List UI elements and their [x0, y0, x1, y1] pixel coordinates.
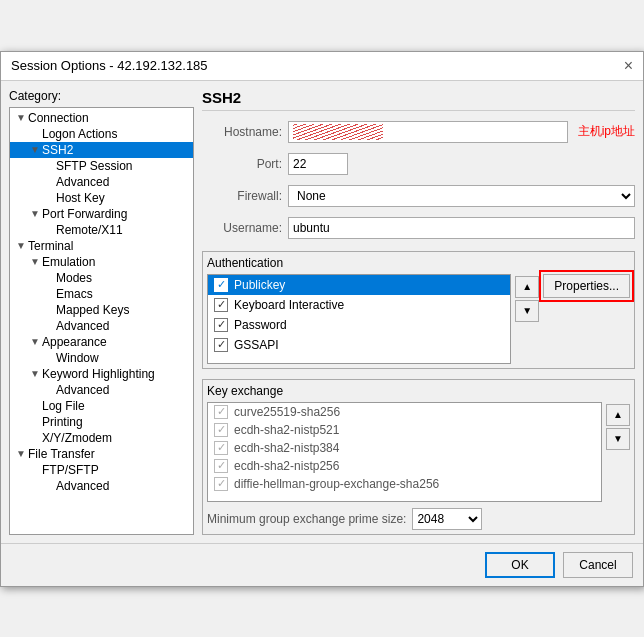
key-check-0: ✓ [214, 405, 228, 419]
tree-item-advanced-ssh2[interactable]: Advanced [10, 174, 193, 190]
auth-check-gssapi: ✓ [214, 338, 228, 352]
key-item-4[interactable]: ✓diffie-hellman-group-exchange-sha256 [208, 475, 601, 493]
tree-label-appearance: Appearance [42, 335, 107, 349]
ke-arrow-up[interactable]: ▲ [606, 404, 630, 426]
key-label-3: ecdh-sha2-nistp256 [234, 459, 339, 473]
category-panel: Category: ▼ConnectionLogon Actions▼SSH2S… [9, 89, 194, 535]
auth-item-gssapi[interactable]: ✓GSSAPI [208, 335, 510, 355]
key-item-3[interactable]: ✓ecdh-sha2-nistp256 [208, 457, 601, 475]
firewall-row: Firewall: None [202, 185, 635, 207]
tree-item-appearance[interactable]: ▼Appearance [10, 334, 193, 350]
session-options-dialog: Session Options - 42.192.132.185 × Categ… [0, 51, 644, 587]
auth-check-password: ✓ [214, 318, 228, 332]
tree-label-mapped-keys: Mapped Keys [56, 303, 129, 317]
auth-arrow-down[interactable]: ▼ [515, 300, 539, 322]
tree-item-ssh2[interactable]: ▼SSH2 [10, 142, 193, 158]
tree-item-ftp-sftp[interactable]: FTP/SFTP [10, 462, 193, 478]
ke-arrow-down[interactable]: ▼ [606, 428, 630, 450]
auth-label-keyboard-interactive: Keyboard Interactive [234, 298, 344, 312]
tree-label-advanced-ft: Advanced [56, 479, 109, 493]
key-item-1[interactable]: ✓ecdh-sha2-nistp521 [208, 421, 601, 439]
tree-label-terminal: Terminal [28, 239, 73, 253]
username-input[interactable] [288, 217, 635, 239]
auth-label-publickey: Publickey [234, 278, 285, 292]
tree-item-printing[interactable]: Printing [10, 414, 193, 430]
tree-label-window: Window [56, 351, 99, 365]
tree-label-ssh2: SSH2 [42, 143, 73, 157]
auth-label-password: Password [234, 318, 287, 332]
dialog-title: Session Options - 42.192.132.185 [11, 58, 208, 73]
tree-item-host-key[interactable]: Host Key [10, 190, 193, 206]
key-label-1: ecdh-sha2-nistp521 [234, 423, 339, 437]
tree-item-keyword-highlighting[interactable]: ▼Keyword Highlighting [10, 366, 193, 382]
tree-item-log-file[interactable]: Log File [10, 398, 193, 414]
hostname-scribble [293, 124, 383, 140]
section-title: SSH2 [202, 89, 635, 111]
firewall-select[interactable]: None [288, 185, 635, 207]
auth-item-keyboard-interactive[interactable]: ✓Keyboard Interactive [208, 295, 510, 315]
content-panel: SSH2 Hostname: 主机ip地址 Port: Firewall: [202, 89, 635, 535]
tree-label-advanced-ssh2: Advanced [56, 175, 109, 189]
auth-item-publickey[interactable]: ✓Publickey [208, 275, 510, 295]
tree-toggle-appearance: ▼ [28, 336, 42, 347]
tree-item-emulation[interactable]: ▼Emulation [10, 254, 193, 270]
tree-item-logon-actions[interactable]: Logon Actions [10, 126, 193, 142]
auth-arrows: ▲ ▼ [515, 274, 539, 364]
tree-label-host-key: Host Key [56, 191, 105, 205]
key-exchange-label: Key exchange [207, 384, 630, 398]
port-row: Port: [202, 153, 635, 175]
tree-label-emacs: Emacs [56, 287, 93, 301]
min-group-select[interactable]: 2048 1024 4096 [412, 508, 482, 530]
tree-item-mapped-keys[interactable]: Mapped Keys [10, 302, 193, 318]
key-label-0: curve25519-sha256 [234, 405, 340, 419]
tree-item-port-forwarding[interactable]: ▼Port Forwarding [10, 206, 193, 222]
properties-button[interactable]: Properties... [543, 274, 630, 298]
tree-label-file-transfer: File Transfer [28, 447, 95, 461]
tree-item-sftp-session[interactable]: SFTP Session [10, 158, 193, 174]
key-exchange-inner: ✓curve25519-sha256✓ecdh-sha2-nistp521✓ec… [207, 402, 630, 502]
dialog-footer: OK Cancel [1, 543, 643, 586]
auth-check-publickey: ✓ [214, 278, 228, 292]
tree-label-printing: Printing [42, 415, 83, 429]
tree-toggle-keyword-highlighting: ▼ [28, 368, 42, 379]
close-button[interactable]: × [624, 58, 633, 74]
tree-item-emacs[interactable]: Emacs [10, 286, 193, 302]
key-check-3: ✓ [214, 459, 228, 473]
auth-item-password[interactable]: ✓Password [208, 315, 510, 335]
tree-label-connection: Connection [28, 111, 89, 125]
tree-label-advanced-emulation: Advanced [56, 319, 109, 333]
auth-arrow-up[interactable]: ▲ [515, 276, 539, 298]
tree-item-advanced-emulation[interactable]: Advanced [10, 318, 193, 334]
title-bar: Session Options - 42.192.132.185 × [1, 52, 643, 81]
tree-item-modes[interactable]: Modes [10, 270, 193, 286]
category-label: Category: [9, 89, 194, 103]
tree-item-file-transfer[interactable]: ▼File Transfer [10, 446, 193, 462]
ok-button[interactable]: OK [485, 552, 555, 578]
key-item-2[interactable]: ✓ecdh-sha2-nistp384 [208, 439, 601, 457]
tree-item-remote-x11[interactable]: Remote/X11 [10, 222, 193, 238]
tree-item-terminal[interactable]: ▼Terminal [10, 238, 193, 254]
tree-item-connection[interactable]: ▼Connection [10, 110, 193, 126]
key-item-0[interactable]: ✓curve25519-sha256 [208, 403, 601, 421]
tree-item-advanced-kw[interactable]: Advanced [10, 382, 193, 398]
username-row: Username: [202, 217, 635, 239]
auth-group-label: Authentication [207, 256, 630, 270]
tree-item-advanced-ft[interactable]: Advanced [10, 478, 193, 494]
tree-label-log-file: Log File [42, 399, 85, 413]
tree-label-logon-actions: Logon Actions [42, 127, 117, 141]
hostname-input[interactable] [288, 121, 568, 143]
hostname-annotation: 主机ip地址 [578, 123, 635, 140]
port-input[interactable] [288, 153, 348, 175]
username-label: Username: [202, 221, 282, 235]
port-label: Port: [202, 157, 282, 171]
tree-label-advanced-kw: Advanced [56, 383, 109, 397]
tree-toggle-port-forwarding: ▼ [28, 208, 42, 219]
ke-arrows: ▲ ▼ [606, 402, 630, 502]
tree-item-window[interactable]: Window [10, 350, 193, 366]
cancel-button[interactable]: Cancel [563, 552, 633, 578]
key-label-2: ecdh-sha2-nistp384 [234, 441, 339, 455]
key-check-2: ✓ [214, 441, 228, 455]
tree-item-xy-zmodem[interactable]: X/Y/Zmodem [10, 430, 193, 446]
tree-label-port-forwarding: Port Forwarding [42, 207, 127, 221]
tree-toggle-emulation: ▼ [28, 256, 42, 267]
